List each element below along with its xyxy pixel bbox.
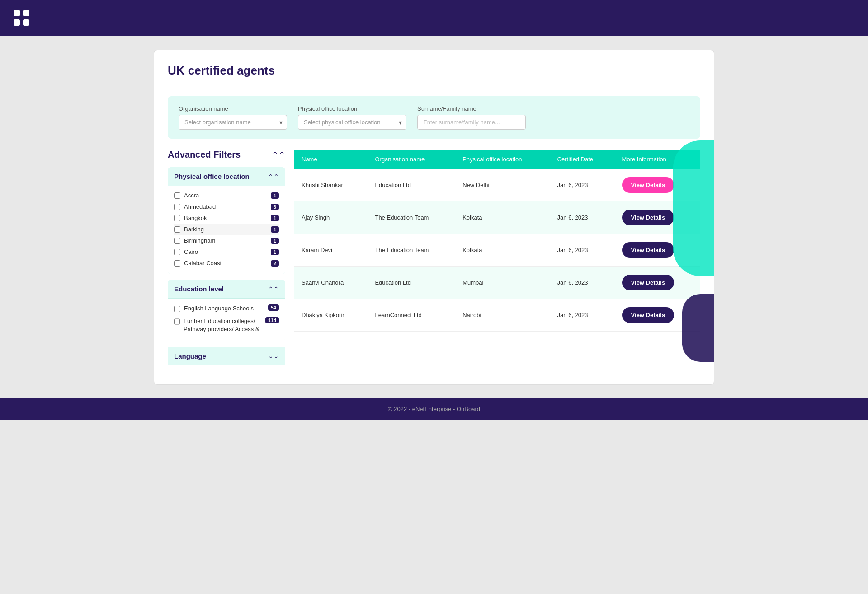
cell-org-5: LearnConnect Ltd: [368, 299, 455, 332]
surname-filter-group: Surname/Family name: [417, 105, 526, 130]
logo-dot-1: [14, 10, 20, 16]
physical-office-section-title: Physical office location: [174, 173, 250, 180]
col-header-date: Certified Date: [550, 150, 615, 169]
view-details-button-2[interactable]: View Details: [622, 210, 675, 225]
education-level-filter-body: English Language Schools 54 Further Educ…: [168, 298, 285, 341]
main-container: UK certified agents Organisation name Se…: [154, 50, 714, 385]
view-details-button-5[interactable]: View Details: [622, 307, 675, 323]
filter-item-birmingham: Birmingham 1: [174, 235, 279, 246]
office-location-select[interactable]: Select physical office location: [298, 115, 406, 130]
cell-date-5: Jan 6, 2023: [550, 299, 615, 332]
teal-decoration-corner: [673, 140, 714, 276]
advanced-filters-collapse-button[interactable]: ⌃⌃: [272, 150, 285, 160]
checkbox-cairo[interactable]: [174, 249, 180, 255]
cell-name-4: Saanvi Chandra: [294, 267, 368, 299]
badge-barking: 1: [271, 226, 279, 233]
filter-item-cairo: Cairo 1: [174, 246, 279, 257]
logo-dot-4: [23, 19, 29, 26]
cell-date-1: Jan 6, 2023: [550, 169, 615, 201]
physical-office-collapse-btn[interactable]: ⌃⌃: [268, 173, 279, 180]
cell-location-5: Nairobi: [455, 299, 550, 332]
view-details-button-1[interactable]: View Details: [622, 177, 675, 193]
col-header-org: Organisation name: [368, 150, 455, 169]
cell-date-4: Jan 6, 2023: [550, 267, 615, 299]
view-details-button-4[interactable]: View Details: [622, 275, 675, 290]
agents-table: Name Organisation name Physical office l…: [294, 150, 700, 332]
language-section-header[interactable]: Language ⌄⌄: [168, 347, 285, 365]
checkbox-bangkok[interactable]: [174, 215, 180, 221]
filter-item-barking: Barking 1: [174, 224, 279, 235]
cell-date-2: Jan 6, 2023: [550, 201, 615, 234]
cell-location-1: New Delhi: [455, 169, 550, 201]
filter-item-english-schools: English Language Schools 54: [174, 302, 279, 315]
label-further-education: Further Education colleges/ Pathway prov…: [184, 317, 265, 333]
physical-office-section-header[interactable]: Physical office location ⌃⌃: [168, 167, 285, 186]
table-row: Dhakiya Kipkorir LearnConnect Ltd Nairob…: [294, 299, 700, 332]
table-row: Karam Devi The Education Team Kolkata Ja…: [294, 234, 700, 267]
badge-cairo: 1: [271, 249, 279, 255]
surname-label: Surname/Family name: [417, 105, 526, 112]
education-level-collapse-btn[interactable]: ⌃⌃: [268, 285, 279, 293]
badge-ahmedabad: 3: [271, 204, 279, 210]
cell-location-4: Mumbai: [455, 267, 550, 299]
footer-text: © 2022 - eNetEnterprise - OnBoard: [388, 406, 480, 412]
badge-further-education: 114: [265, 317, 279, 323]
surname-input[interactable]: [417, 115, 526, 130]
cell-org-4: Education Ltd: [368, 267, 455, 299]
org-name-select[interactable]: Select organisation name: [179, 115, 287, 130]
filter-bar: Organisation name Select organisation na…: [168, 96, 700, 139]
footer: © 2022 - eNetEnterprise - OnBoard: [0, 398, 868, 420]
org-name-filter-group: Organisation name Select organisation na…: [179, 105, 287, 130]
advanced-filters-title: Advanced Filters: [168, 150, 241, 160]
cell-location-2: Kolkata: [455, 201, 550, 234]
label-calabar: Calabar Coast: [184, 260, 222, 267]
view-details-button-3[interactable]: View Details: [622, 242, 675, 258]
org-name-select-wrapper: Select organisation name: [179, 115, 287, 130]
table-header: Name Organisation name Physical office l…: [294, 150, 700, 169]
checkbox-birmingham[interactable]: [174, 238, 180, 244]
cell-name-3: Karam Devi: [294, 234, 368, 267]
filter-item-accra: Accra 1: [174, 190, 279, 201]
cell-location-3: Kolkata: [455, 234, 550, 267]
table-row: Khushi Shankar Education Ltd New Delhi J…: [294, 169, 700, 201]
checkbox-english-schools[interactable]: [174, 306, 180, 312]
table-row: Saanvi Chandra Education Ltd Mumbai Jan …: [294, 267, 700, 299]
badge-english-schools: 54: [268, 304, 279, 311]
physical-office-filter-body: Accra 1 Ahmedabad 3 Ba: [168, 186, 285, 274]
label-birmingham: Birmingham: [184, 237, 215, 244]
label-english-schools: English Language Schools: [184, 304, 254, 313]
language-filter-section: Language ⌄⌄: [168, 347, 285, 365]
logo-dot-2: [23, 10, 29, 16]
filter-item-calabar: Calabar Coast 2: [174, 257, 279, 269]
cell-date-3: Jan 6, 2023: [550, 234, 615, 267]
label-cairo: Cairo: [184, 248, 198, 255]
checkbox-ahmedabad[interactable]: [174, 204, 180, 210]
title-divider: [168, 87, 700, 87]
badge-birmingham: 1: [271, 238, 279, 244]
top-navigation: [0, 0, 868, 36]
checkbox-calabar[interactable]: [174, 260, 180, 267]
filter-item-bangkok: Bangkok 1: [174, 212, 279, 224]
badge-calabar: 2: [271, 260, 279, 267]
education-level-section-title: Education level: [174, 285, 224, 293]
col-header-location: Physical office location: [455, 150, 550, 169]
sidebar: Advanced Filters ⌃⌃ Physical office loca…: [168, 150, 285, 371]
label-ahmedabad: Ahmedabad: [184, 203, 216, 210]
checkbox-accra[interactable]: [174, 192, 180, 199]
app-logo[interactable]: [14, 10, 30, 26]
table-row: Ajay Singh The Education Team Kolkata Ja…: [294, 201, 700, 234]
language-section-title: Language: [174, 352, 206, 360]
education-level-filter-section: Education level ⌃⌃ English Language Scho…: [168, 280, 285, 341]
badge-bangkok: 1: [271, 215, 279, 221]
checkbox-barking[interactable]: [174, 226, 180, 233]
logo-dot-3: [14, 19, 20, 26]
office-location-select-wrapper: Select physical office location: [298, 115, 406, 130]
checkbox-further-education[interactable]: [174, 318, 180, 325]
language-collapse-btn[interactable]: ⌄⌄: [268, 352, 279, 360]
content-layout: Advanced Filters ⌃⌃ Physical office loca…: [168, 150, 700, 371]
office-location-label: Physical office location: [298, 105, 406, 112]
education-level-section-header[interactable]: Education level ⌃⌃: [168, 280, 285, 298]
physical-office-filter-section: Physical office location ⌃⌃ Accra 1: [168, 167, 285, 274]
filter-item-further-education: Further Education colleges/ Pathway prov…: [174, 315, 279, 336]
advanced-filters-header: Advanced Filters ⌃⌃: [168, 150, 285, 160]
